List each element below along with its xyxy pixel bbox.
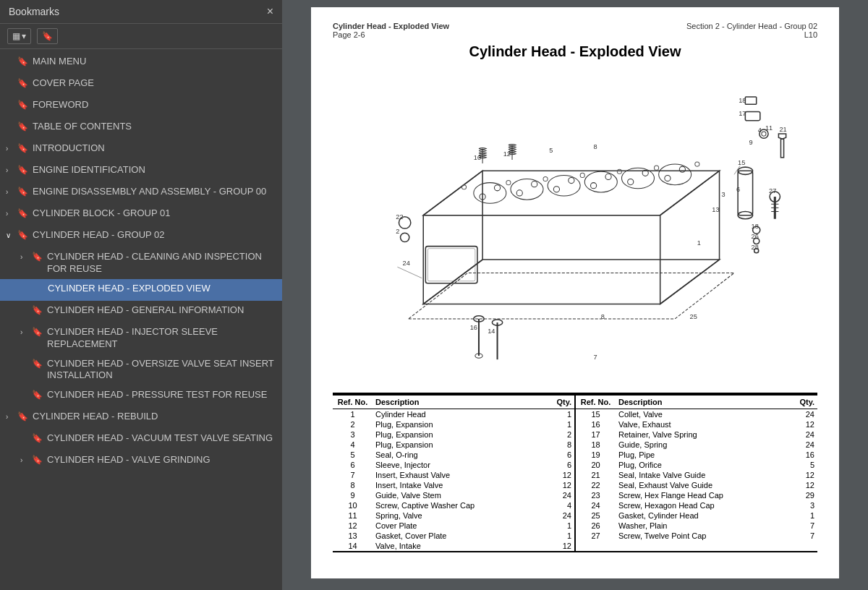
parts-table-left: Ref. No. Description Qty. 1 Cylinder Hea… xyxy=(333,394,574,551)
bookmarks-list[interactable]: 🔖 MAIN MENU 🔖 COVER PAGE 🔖 FOREWORD 🔖 TA… xyxy=(0,49,282,590)
sidebar-item-introduction[interactable]: › 🔖 INTRODUCTION xyxy=(0,139,282,161)
ref-no: 19 xyxy=(576,450,616,460)
sidebar-item-ch-vacuum[interactable]: 🔖 CYLINDER HEAD - VACUUM TEST VALVE SEAT… xyxy=(0,429,282,450)
parts-tbody-right: 15 Collet, Valve 24 16 Valve, Exhaust 12… xyxy=(576,409,817,542)
qty: 1 xyxy=(549,531,574,541)
qty: 24 xyxy=(792,429,817,440)
bookmarks-panel: Bookmarks × ▦ ▾ 🔖 🔖 MAIN MENU 🔖 COVER PA… xyxy=(0,0,282,590)
description: Plug, Expansion xyxy=(373,440,549,450)
table-row: 10 Screw, Captive Washer Cap 4 xyxy=(333,500,574,510)
doc-header-page: Page 2-6 xyxy=(333,30,449,39)
description: Washer, Plain xyxy=(616,521,792,531)
sidebar-item-toc[interactable]: 🔖 TABLE OF CONTENTS xyxy=(0,117,282,139)
sidebar-item-foreword[interactable]: 🔖 FOREWORD xyxy=(0,95,282,117)
description: Seal, Exhaust Valve Guide xyxy=(616,480,792,490)
description: Collet, Valve xyxy=(616,409,792,420)
qty: 1 xyxy=(549,521,574,531)
sidebar-item-ch-exploded[interactable]: CYLINDER HEAD - EXPLODED VIEW xyxy=(0,279,282,301)
sidebar-item-ch-general[interactable]: 🔖 CYLINDER HEAD - GENERAL INFORMATION xyxy=(0,301,282,322)
ref-no: 4 xyxy=(333,440,373,450)
bookmark-flag-icon: 🔖 xyxy=(32,252,43,263)
qty: 16 xyxy=(792,450,817,460)
sidebar-item-cover-page[interactable]: 🔖 COVER PAGE xyxy=(0,74,282,95)
bookmark-flag-icon: 🔖 xyxy=(32,327,43,338)
description: Gasket, Cover Plate xyxy=(373,531,549,541)
sidebar-item-ch-valve-grinding[interactable]: › 🔖 CYLINDER HEAD - VALVE GRINDING xyxy=(0,450,282,472)
svg-text:9: 9 xyxy=(749,139,752,146)
description: Retainer, Valve Spring xyxy=(616,429,792,440)
bookmark-label: CYLINDER BLOCK - GROUP 01 xyxy=(33,208,276,220)
qty: 6 xyxy=(549,450,574,460)
bookmark-flag-icon: 🔖 xyxy=(17,100,28,111)
table-row: 5 Seal, O-ring 6 xyxy=(333,450,574,460)
close-button[interactable]: × xyxy=(267,6,273,17)
col-ref-header-right: Ref. No. xyxy=(576,395,616,409)
sidebar-item-main-menu[interactable]: 🔖 MAIN MENU xyxy=(0,52,282,74)
sidebar-item-ch-injector[interactable]: › 🔖 CYLINDER HEAD - INJECTOR SLEEVE REPL… xyxy=(0,322,282,354)
expand-arrow-icon: › xyxy=(6,187,14,197)
collapse-arrow-icon: ∨ xyxy=(6,231,14,240)
diagram-area: 15 17 18 11 27 21 18 26 28 6 4 9 3 13 22… xyxy=(333,67,817,385)
ref-no: 22 xyxy=(576,480,616,490)
description: Guide, Spring xyxy=(616,440,792,450)
bookmark-flag-icon: 🔖 xyxy=(32,433,43,445)
description: Guide, Valve Stem xyxy=(373,490,549,500)
bookmark-add-button[interactable]: 🔖 xyxy=(37,28,58,44)
description: Insert, Intake Valve xyxy=(373,480,549,490)
table-row: 6 Sleeve, Injector 6 xyxy=(333,460,574,470)
svg-text:18: 18 xyxy=(739,97,746,104)
document-page: Cylinder Head - Exploded View Page 2-6 S… xyxy=(311,7,839,578)
qty: 5 xyxy=(792,460,817,470)
ref-no: 15 xyxy=(576,409,616,420)
description: Seal, O-ring xyxy=(373,450,549,460)
qty: 6 xyxy=(549,460,574,470)
ref-no: 14 xyxy=(333,541,373,551)
bookmark-label: CYLINDER HEAD - CLEANING AND INSPECTION … xyxy=(47,251,276,275)
col-qty-header-left: Qty. xyxy=(549,395,574,409)
doc-header: Cylinder Head - Exploded View Page 2-6 S… xyxy=(333,22,817,39)
table-row: 4 Plug, Expansion 8 xyxy=(333,440,574,450)
svg-text:7: 7 xyxy=(594,354,597,361)
sidebar-item-cylinder-head-group[interactable]: ∨ 🔖 CYLINDER HEAD - GROUP 02 xyxy=(0,226,282,247)
bookmark-flag-icon: 🔖 xyxy=(17,56,28,68)
bookmark-flag-icon: 🔖 xyxy=(17,143,28,155)
col-ref-header-left: Ref. No. xyxy=(333,395,373,409)
ref-no: 3 xyxy=(333,429,373,440)
bookmark-flag-icon: 🔖 xyxy=(17,78,28,90)
qty: 7 xyxy=(792,531,817,541)
qty: 8 xyxy=(549,440,574,450)
bookmark-flag-icon: 🔖 xyxy=(32,390,43,401)
description: Plug, Expansion xyxy=(373,429,549,440)
svg-text:14: 14 xyxy=(488,328,495,335)
table-row: 17 Retainer, Valve Spring 24 xyxy=(576,429,817,440)
qty: 12 xyxy=(549,470,574,480)
table-row: 8 Insert, Intake Valve 12 xyxy=(333,480,574,490)
sidebar-item-ch-pressure[interactable]: 🔖 CYLINDER HEAD - PRESSURE TEST FOR REUS… xyxy=(0,385,282,407)
expand-all-button[interactable]: ▦ ▾ xyxy=(7,28,31,44)
sidebar-item-ch-oversize[interactable]: 🔖 CYLINDER HEAD - OVERSIZE VALVE SEAT IN… xyxy=(0,354,282,386)
svg-text:13: 13 xyxy=(712,206,719,213)
description: Screw, Twelve Point Cap xyxy=(616,531,792,541)
svg-text:11: 11 xyxy=(765,124,773,132)
svg-text:25: 25 xyxy=(690,313,697,320)
bookmark-label: CYLINDER HEAD - INJECTOR SLEEVE REPLACEM… xyxy=(47,326,276,351)
sidebar-item-engine-id[interactable]: › 🔖 ENGINE IDENTIFICATION xyxy=(0,161,282,182)
ref-no: 2 xyxy=(333,419,373,429)
bookmark-flag-icon: 🔖 xyxy=(17,411,28,423)
table-row: 22 Seal, Exhaust Valve Guide 12 xyxy=(576,480,817,490)
sidebar-item-engine-disassembly[interactable]: › 🔖 ENGINE DISASSEMBLY AND ASSEMBLY - GR… xyxy=(0,182,282,204)
ref-no: 13 xyxy=(333,531,373,541)
svg-text:18: 18 xyxy=(752,223,759,230)
qty: 7 xyxy=(792,521,817,531)
svg-text:6: 6 xyxy=(736,186,740,193)
ref-no: 7 xyxy=(333,470,373,480)
description: Gasket, Cylinder Head xyxy=(616,510,792,521)
svg-text:24: 24 xyxy=(403,260,410,267)
parts-table-right: Ref. No. Description Qty. 15 Collet, Val… xyxy=(576,394,817,541)
table-row: 21 Seal, Intake Valve Guide 12 xyxy=(576,470,817,480)
sidebar-item-ch-cleaning[interactable]: › 🔖 CYLINDER HEAD - CLEANING AND INSPECT… xyxy=(0,247,282,279)
bookmark-label: CYLINDER HEAD - GROUP 02 xyxy=(33,229,276,241)
sidebar-item-cylinder-block[interactable]: › 🔖 CYLINDER BLOCK - GROUP 01 xyxy=(0,204,282,226)
sidebar-item-ch-rebuild[interactable]: › 🔖 CYLINDER HEAD - REBUILD xyxy=(0,407,282,429)
table-row: 26 Washer, Plain 7 xyxy=(576,521,817,531)
